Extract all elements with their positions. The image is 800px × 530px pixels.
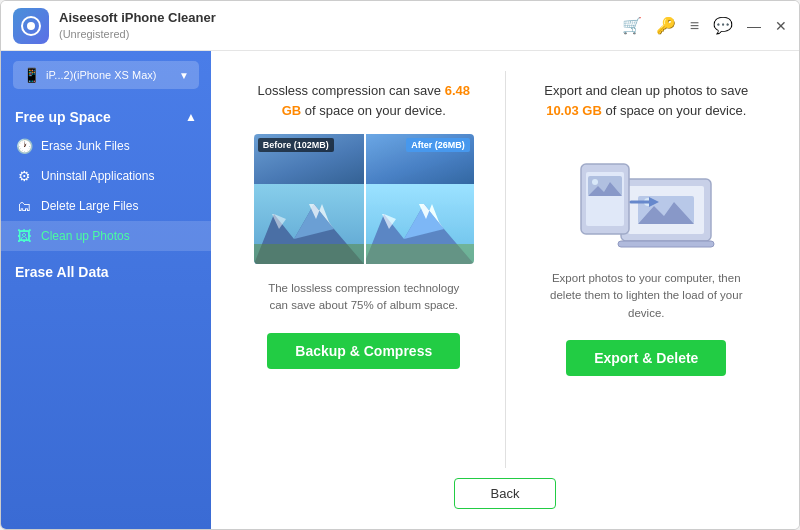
export-svg (566, 134, 726, 254)
sidebar-item-erase-junk[interactable]: 🕐 Erase Junk Files (1, 131, 211, 161)
app-subtitle: (Unregistered) (59, 27, 622, 41)
backup-compress-button[interactable]: Backup & Compress (267, 333, 460, 369)
free-up-space-header[interactable]: Free up Space ▲ (1, 99, 211, 131)
erase-all-data-label[interactable]: Erase All Data (15, 264, 109, 280)
photos-icon: 🖼 (15, 228, 33, 244)
before-image: Before (102MB) (254, 134, 364, 264)
sidebar-item-uninstall-apps[interactable]: ⚙ Uninstall Applications (1, 161, 211, 191)
device-selector[interactable]: 📱 iP...2)(iPhone XS Max) ▼ (13, 61, 199, 89)
clock-icon: 🕐 (15, 138, 33, 154)
main-layout: 📱 iP...2)(iPhone XS Max) ▼ Free up Space… (1, 51, 799, 529)
before-after-image: Before (102MB) (254, 134, 474, 264)
file-icon: 🗂 (15, 198, 33, 214)
divider-line (364, 134, 366, 264)
right-panel-desc: Export photos to your computer, then del… (546, 270, 746, 322)
svg-point-24 (592, 179, 598, 185)
erase-junk-label: Erase Junk Files (41, 139, 130, 153)
key-icon[interactable]: 🔑 (656, 16, 676, 35)
sidebar: 📱 iP...2)(iPhone XS Max) ▼ Free up Space… (1, 51, 211, 529)
left-panel-title: Lossless compression can save 6.48 GB of… (247, 81, 481, 120)
title-bar: Aiseesoft iPhone Cleaner (Unregistered) … (1, 1, 799, 51)
title-bar-controls: 🛒 🔑 ≡ 💬 — ✕ (622, 16, 787, 35)
panel-divider (505, 71, 506, 468)
menu-icon[interactable]: ≡ (690, 17, 699, 35)
after-image: After (26MB) (364, 134, 474, 264)
device-name: iP...2)(iPhone XS Max) (46, 69, 173, 81)
left-panel-desc: The lossless compression technology can … (264, 280, 464, 315)
cart-icon[interactable]: 🛒 (622, 16, 642, 35)
export-delete-button[interactable]: Export & Delete (566, 340, 726, 376)
app-title: Aiseesoft iPhone Cleaner (Unregistered) (59, 10, 622, 41)
svg-point-1 (27, 22, 35, 30)
sidebar-item-delete-large[interactable]: 🗂 Delete Large Files (1, 191, 211, 221)
bottom-bar: Back (211, 468, 799, 513)
feedback-icon[interactable]: 💬 (713, 16, 733, 35)
sidebar-item-clean-photos[interactable]: 🖼 Clean up Photos (1, 221, 211, 251)
svg-rect-19 (618, 241, 714, 247)
close-button[interactable]: ✕ (775, 18, 787, 34)
erase-all-data-section: Erase All Data (1, 251, 211, 293)
content-area: Lossless compression can save 6.48 GB of… (211, 51, 799, 529)
export-delete-panel: Export and clean up photos to save 10.03… (510, 71, 784, 468)
back-button[interactable]: Back (454, 478, 557, 509)
device-chevron-icon: ▼ (179, 70, 189, 81)
svg-rect-13 (364, 244, 474, 264)
right-panel-title: Export and clean up photos to save 10.03… (530, 81, 764, 120)
free-up-space-section: Free up Space ▲ 🕐 Erase Junk Files ⚙ Uni… (1, 99, 211, 251)
badge-after: After (26MB) (406, 138, 470, 152)
export-illustration (566, 134, 726, 254)
svg-rect-7 (254, 244, 364, 264)
free-up-space-label: Free up Space (15, 109, 111, 125)
backup-compress-panel: Lossless compression can save 6.48 GB of… (227, 71, 501, 468)
phone-icon: 📱 (23, 67, 40, 83)
app-name: Aiseesoft iPhone Cleaner (59, 10, 622, 27)
minimize-button[interactable]: — (747, 18, 761, 34)
delete-large-label: Delete Large Files (41, 199, 138, 213)
section-chevron-up-icon: ▲ (185, 110, 197, 124)
app-logo (13, 8, 49, 44)
clean-photos-label: Clean up Photos (41, 229, 130, 243)
gear-icon: ⚙ (15, 168, 33, 184)
app-window: Aiseesoft iPhone Cleaner (Unregistered) … (0, 0, 800, 530)
badge-before: Before (102MB) (258, 138, 334, 152)
uninstall-apps-label: Uninstall Applications (41, 169, 154, 183)
content-panels: Lossless compression can save 6.48 GB of… (211, 71, 799, 468)
